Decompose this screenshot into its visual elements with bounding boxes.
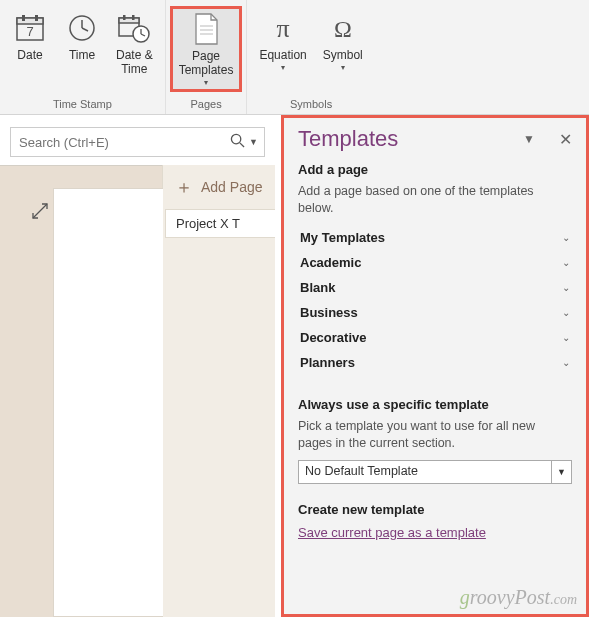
template-category-label: Business bbox=[300, 305, 562, 320]
search-icon[interactable] bbox=[230, 133, 245, 151]
clock-icon bbox=[64, 10, 100, 46]
svg-rect-3 bbox=[35, 15, 38, 21]
left-column: ▼ ＋ Add Page Project X T bbox=[0, 115, 275, 617]
templates-panel: Templates ▼ ✕ Add a page Add a page base… bbox=[281, 115, 589, 617]
group-label-timestamp: Time Stamp bbox=[53, 96, 112, 114]
page-templates-button[interactable]: Page Templates ▾ bbox=[170, 6, 243, 92]
ribbon-group-pages: Page Templates ▾ Pages bbox=[166, 0, 248, 114]
expand-icon[interactable] bbox=[30, 201, 50, 226]
chevron-down-icon: ▾ bbox=[341, 63, 345, 72]
template-category-row[interactable]: Decorative⌄ bbox=[298, 325, 572, 350]
template-category-label: Decorative bbox=[300, 330, 562, 345]
template-category-row[interactable]: Academic⌄ bbox=[298, 250, 572, 275]
chevron-down-icon: ⌄ bbox=[562, 307, 570, 318]
svg-rect-10 bbox=[123, 15, 126, 20]
panel-title: Templates bbox=[298, 126, 507, 152]
search-input[interactable] bbox=[17, 134, 230, 151]
svg-line-7 bbox=[82, 28, 88, 31]
template-category-row[interactable]: Business⌄ bbox=[298, 300, 572, 325]
add-page-label: Add Page bbox=[201, 179, 263, 195]
page-templates-label: Page Templates bbox=[179, 49, 234, 77]
page-canvas bbox=[0, 165, 162, 617]
svg-rect-11 bbox=[132, 15, 135, 20]
dropdown-value: No Default Template bbox=[299, 461, 551, 483]
panel-options-button[interactable]: ▼ bbox=[523, 132, 535, 146]
template-category-label: Blank bbox=[300, 280, 562, 295]
ribbon-group-timestamp: 7 Date Time Date & Time Time Stamp bbox=[0, 0, 166, 114]
page-area: ＋ Add Page Project X T bbox=[0, 165, 275, 617]
calendar-clock-icon bbox=[116, 10, 152, 46]
plus-icon: ＋ bbox=[175, 175, 193, 199]
template-category-row[interactable]: My Templates⌄ bbox=[298, 225, 572, 250]
svg-rect-9 bbox=[119, 18, 139, 23]
date-label: Date bbox=[17, 48, 42, 62]
chevron-down-icon: ⌄ bbox=[562, 332, 570, 343]
svg-line-21 bbox=[240, 143, 244, 147]
symbol-label: Symbol bbox=[323, 48, 363, 62]
svg-line-22 bbox=[33, 204, 47, 218]
template-category-label: My Templates bbox=[300, 230, 562, 245]
date-button[interactable]: 7 Date bbox=[4, 6, 56, 66]
chevron-down-icon: ⌄ bbox=[562, 357, 570, 368]
page-surface[interactable] bbox=[53, 188, 163, 617]
always-use-description: Pick a template you want to use for all … bbox=[298, 418, 572, 452]
close-icon[interactable]: ✕ bbox=[559, 130, 572, 149]
panel-header: Templates ▼ ✕ bbox=[298, 126, 572, 152]
page-icon bbox=[188, 11, 224, 47]
chevron-down-icon: ▾ bbox=[281, 63, 285, 72]
group-label-pages: Pages bbox=[190, 96, 221, 114]
pi-icon: π bbox=[265, 10, 301, 46]
ribbon-group-symbols: π Equation ▾ Ω Symbol ▾ Symbols bbox=[247, 0, 374, 114]
svg-text:7: 7 bbox=[26, 24, 33, 39]
chevron-down-icon: ⌄ bbox=[562, 257, 570, 268]
chevron-down-icon: ⌄ bbox=[562, 282, 570, 293]
equation-button[interactable]: π Equation ▾ bbox=[251, 6, 314, 76]
always-use-heading: Always use a specific template bbox=[298, 397, 572, 412]
time-button[interactable]: Time bbox=[56, 6, 108, 66]
template-category-label: Academic bbox=[300, 255, 562, 270]
add-page-heading: Add a page bbox=[298, 162, 572, 177]
content-area: ▼ ＋ Add Page Project X T Templat bbox=[0, 115, 589, 617]
calendar-date-icon: 7 bbox=[12, 10, 48, 46]
equation-label: Equation bbox=[259, 48, 306, 62]
search-box[interactable]: ▼ bbox=[10, 127, 265, 157]
add-page-button[interactable]: ＋ Add Page bbox=[163, 165, 275, 209]
search-scope-dropdown[interactable]: ▼ bbox=[249, 137, 258, 147]
svg-point-20 bbox=[231, 134, 240, 143]
datetime-button[interactable]: Date & Time bbox=[108, 6, 161, 80]
ribbon-toolbar: 7 Date Time Date & Time Time Stamp bbox=[0, 0, 589, 115]
page-list: ＋ Add Page Project X T bbox=[162, 165, 275, 617]
datetime-label: Date & Time bbox=[116, 48, 153, 76]
default-template-dropdown[interactable]: No Default Template ▼ bbox=[298, 460, 572, 484]
time-label: Time bbox=[69, 48, 95, 62]
symbol-button[interactable]: Ω Symbol ▾ bbox=[315, 6, 371, 76]
add-page-description: Add a page based on one of the templates… bbox=[298, 183, 572, 217]
omega-icon: Ω bbox=[325, 10, 361, 46]
save-as-template-link[interactable]: Save current page as a template bbox=[298, 525, 486, 540]
page-tab-label: Project X T bbox=[176, 216, 240, 231]
chevron-down-icon: ⌄ bbox=[562, 232, 570, 243]
template-category-label: Planners bbox=[300, 355, 562, 370]
page-tab[interactable]: Project X T bbox=[165, 209, 275, 238]
svg-rect-2 bbox=[22, 15, 25, 21]
template-category-row[interactable]: Blank⌄ bbox=[298, 275, 572, 300]
group-label-symbols: Symbols bbox=[290, 96, 332, 114]
svg-text:π: π bbox=[277, 14, 290, 43]
chevron-down-icon: ▾ bbox=[204, 78, 208, 87]
svg-text:Ω: Ω bbox=[334, 16, 352, 42]
chevron-down-icon[interactable]: ▼ bbox=[551, 461, 571, 483]
template-category-row[interactable]: Planners⌄ bbox=[298, 350, 572, 375]
create-template-heading: Create new template bbox=[298, 502, 572, 517]
